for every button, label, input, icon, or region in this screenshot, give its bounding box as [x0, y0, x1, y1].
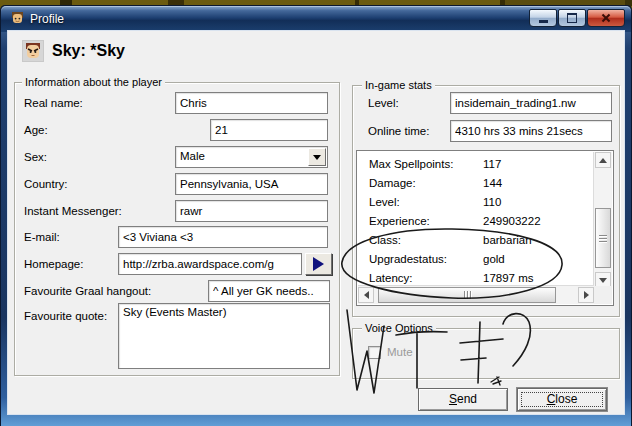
- country-label: Country:: [24, 178, 67, 190]
- scroll-up-button[interactable]: [595, 152, 611, 168]
- close-button[interactable]: Close: [517, 388, 607, 411]
- hangout-input[interactable]: [208, 280, 330, 302]
- stat-row: Upgradestatus:gold: [359, 250, 593, 269]
- sex-dropdown-button[interactable]: [308, 148, 326, 166]
- level-input[interactable]: [450, 92, 612, 114]
- scroll-up-icon: [599, 154, 607, 163]
- close-icon: [601, 13, 611, 23]
- screenshot-root: Profile Sky: *Sky Information about the …: [0, 0, 632, 426]
- real-name-label: Real name:: [24, 97, 83, 109]
- scrollbar-corner: [594, 286, 612, 304]
- title-bar[interactable]: Profile: [1, 6, 631, 32]
- window-title: Profile: [30, 12, 64, 26]
- stats-listbox[interactable]: Max Spellpoints:117 Damage:144 Level:110…: [356, 150, 614, 306]
- homepage-label: Homepage:: [24, 258, 83, 270]
- sex-dropdown[interactable]: Male: [175, 146, 328, 168]
- quote-textarea[interactable]: Sky (Events Master): [118, 303, 330, 369]
- homepage-input[interactable]: [118, 253, 302, 275]
- ingame-stats-group-title: In-game stats: [362, 79, 435, 91]
- quote-label: Favourite quote:: [24, 310, 107, 322]
- stat-row: Latency:17897 ms: [359, 269, 593, 285]
- minimize-icon: [539, 20, 548, 23]
- mute-checkbox[interactable]: [368, 346, 381, 359]
- chevron-down-icon: [313, 155, 321, 164]
- horizontal-scroll-thumb[interactable]: [378, 287, 556, 303]
- level-label: Level:: [368, 97, 399, 109]
- stat-row: Damage:144: [359, 174, 593, 193]
- scroll-right-button[interactable]: [578, 287, 594, 303]
- sex-label: Sex:: [24, 151, 47, 163]
- instant-messenger-input[interactable]: [175, 200, 328, 222]
- vertical-scrollbar[interactable]: [593, 152, 612, 288]
- email-label: E-mail:: [24, 231, 60, 243]
- scroll-left-icon: [360, 291, 369, 299]
- stat-row: Max Spellpoints:117: [359, 155, 593, 174]
- real-name-input[interactable]: [175, 92, 328, 114]
- scroll-left-button[interactable]: [358, 287, 374, 303]
- age-input[interactable]: [210, 119, 328, 141]
- vertical-scroll-thumb[interactable]: [595, 208, 611, 268]
- hangout-label: Favourite Graal hangout:: [24, 285, 151, 297]
- online-time-input[interactable]: [450, 120, 612, 142]
- mute-label: Mute: [387, 346, 413, 358]
- horizontal-scrollbar[interactable]: [358, 285, 594, 304]
- player-avatar: [22, 40, 44, 62]
- scroll-right-icon: [584, 291, 593, 299]
- close-window-button[interactable]: [587, 9, 625, 27]
- maximize-button[interactable]: [558, 9, 586, 27]
- stats-list: Max Spellpoints:117 Damage:144 Level:110…: [359, 155, 593, 285]
- country-input[interactable]: [175, 173, 328, 195]
- online-time-label: Online time:: [368, 125, 429, 137]
- age-label: Age:: [24, 124, 48, 136]
- stat-row: Level:110: [359, 193, 593, 212]
- minimize-button[interactable]: [529, 9, 557, 27]
- stat-row: Experience:249903222: [359, 212, 593, 231]
- sex-dropdown-value: Male: [180, 150, 205, 162]
- player-info-group-title: Information about the player: [22, 76, 165, 88]
- maximize-icon: [567, 13, 577, 23]
- send-button[interactable]: Send: [418, 388, 508, 411]
- player-name-heading: Sky: *Sky: [52, 42, 125, 60]
- profile-window-icon: [9, 10, 26, 27]
- instant-messenger-label: Instant Messenger:: [24, 205, 122, 217]
- open-homepage-button[interactable]: [305, 253, 332, 275]
- email-input[interactable]: [118, 226, 328, 248]
- voice-options-group-title: Voice Options: [362, 322, 436, 334]
- stat-row: Class:barbarian: [359, 231, 593, 250]
- play-arrow-icon: [313, 257, 331, 271]
